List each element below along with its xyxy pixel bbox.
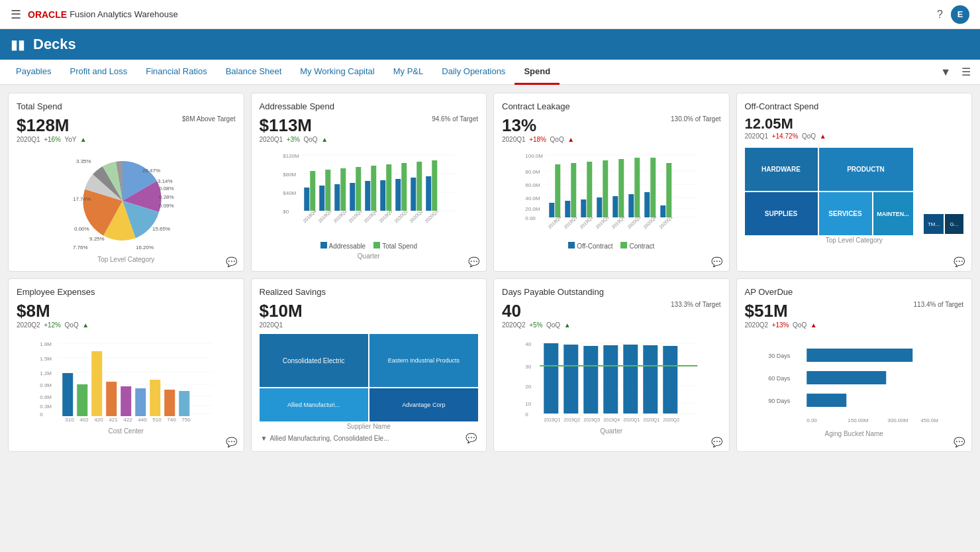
svg-text:2020Q1: 2020Q1 [424,209,439,224]
svg-text:40: 40 [525,341,531,347]
card-realized-savings: Realized Savings $10M 2020Q1 Consolidate… [251,278,487,452]
tab-profit-loss[interactable]: Profit and Loss [60,60,136,85]
svg-text:0.00: 0.00 [807,417,817,423]
svg-text:15.65%: 15.65% [152,226,170,232]
svg-text:2018Q4: 2018Q4 [302,209,317,224]
svg-rect-102 [135,388,146,416]
card-total-spend: Total Spend $128M 2020Q1 +16% YoY ▲ $8M … [8,93,244,272]
treemap-cell-supplies: SUPPLIES [745,192,818,235]
svg-text:421: 421 [109,417,118,423]
svg-rect-20 [304,188,309,211]
card-footer-ap-overdue[interactable]: 💬 [954,437,965,447]
tab-nav: Payables Profit and Loss Financial Ratio… [0,60,980,85]
svg-text:402: 402 [79,417,89,423]
svg-text:10: 10 [525,401,531,407]
card-title-addressable: Addressable Spend [260,101,479,111]
svg-text:2020Q1: 2020Q1 [393,209,409,224]
svg-text:100.0M: 100.0M [525,153,543,159]
comment-icon-6[interactable]: 💬 [466,433,477,443]
svg-rect-105 [179,391,189,416]
decks-icon: ▮▮ [11,36,25,52]
svg-rect-64 [587,162,592,217]
card-target-contract-leakage: 130.0% of Target [671,115,720,123]
card-footer-off-contract[interactable]: 💬 [954,256,965,267]
tab-balance-sheet[interactable]: Balance Sheet [217,60,291,85]
svg-rect-71 [644,192,650,217]
card-footer-contract-leakage[interactable]: 💬 [711,256,722,267]
topbar: ☰ ORACLE Fusion Analytics Warehouse ? E [0,0,980,29]
svg-text:60 Days: 60 Days [768,375,791,382]
svg-text:0: 0 [40,412,43,417]
treemap-cell-advantage: Advantage Corp [369,388,478,421]
pie-chart-total-spend: 26.47% 3.35% 17.74% 0.00% 9.25% 16.20% 1… [17,151,236,250]
tab-my-pl[interactable]: My P&L [384,60,433,85]
hamburger-icon[interactable]: ☰ [11,7,21,22]
card-sub-off-contract: 2020Q1 +14.72% QoQ ▲ [745,133,826,140]
legend-contract-leakage: Off-Contract Contract [502,242,721,250]
svg-rect-33 [401,163,407,211]
card-footer-employee-expenses[interactable]: 💬 [226,437,237,447]
card-title-realized-savings: Realized Savings [260,287,479,297]
svg-rect-22 [319,186,324,211]
card-days-payable: Days Payable Outstanding 40 2020Q2 +5% Q… [493,278,730,452]
svg-text:3.35%: 3.35% [76,158,91,164]
chart-label-employee-expenses: Cost Center [17,427,236,435]
menu-icon[interactable]: ☰ [959,63,973,81]
svg-rect-23 [325,170,330,211]
svg-rect-68 [618,159,624,217]
svg-rect-98 [77,384,87,416]
treemap-cell-hardware: HARDWARE [745,148,818,191]
card-footer-addressable[interactable]: 💬 [468,256,479,267]
svg-text:80.0M: 80.0M [525,169,540,175]
svg-rect-26 [350,183,355,211]
oracle-logo: ORACLE Fusion Analytics Warehouse [28,9,178,20]
svg-text:17.74%: 17.74% [73,196,91,202]
svg-text:$120M: $120M [283,153,299,159]
tab-payables[interactable]: Payables [7,60,60,85]
svg-rect-103 [150,380,160,416]
card-value-realized-savings: $10M [260,301,479,321]
filter-icon[interactable]: ▼ [938,64,954,81]
card-value-off-contract: 12.05M [745,115,826,133]
svg-rect-25 [340,168,346,211]
card-title-contract-leakage: Contract Leakage [502,101,721,111]
card-sub-employee-expenses: 2020Q2 +12% QoQ ▲ [17,321,89,329]
svg-rect-65 [597,197,602,217]
card-footer-total-spend[interactable]: 💬 [226,256,237,267]
svg-rect-69 [628,194,634,217]
svg-rect-24 [334,184,340,211]
cards-row-2: Employee Expenses $8M 2020Q2 +12% QoQ ▲ … [8,278,972,452]
svg-text:2019Q4: 2019Q4 [603,417,620,423]
treemap-off-contract: HARDWARE PRODUCTN SUPPLIES SERVICES MAIN… [745,148,964,234]
svg-text:0: 0 [525,412,528,417]
svg-rect-67 [612,196,618,217]
card-target-addressable: 94.6% of Target [432,115,478,123]
tab-working-capital[interactable]: My Working Capital [291,60,383,85]
svg-text:0.08%: 0.08% [159,186,174,192]
tab-daily-operations[interactable]: Daily Operations [432,60,514,85]
svg-rect-32 [395,179,401,211]
chart-label-days-payable: Quarter [502,427,721,435]
svg-text:440: 440 [138,417,147,423]
svg-text:1.8M: 1.8M [40,341,52,347]
svg-text:60.0M: 60.0M [525,182,540,188]
card-footer-days-payable[interactable]: 💬 [711,437,722,447]
legend-addressable: Addressable Total Spend [260,242,479,250]
svg-text:422: 422 [123,417,132,423]
svg-text:450.0M: 450.0M [920,417,938,423]
svg-text:2019Q3: 2019Q3 [583,417,600,423]
svg-text:40.0M: 40.0M [525,195,540,201]
avatar[interactable]: E [951,5,969,24]
tab-financial-ratios[interactable]: Financial Ratios [136,60,217,85]
svg-rect-145 [807,394,846,407]
comment-icon: 💬 [226,256,237,267]
card-target-days-payable: 133.3% of Target [671,301,720,308]
comment-icon-5: 💬 [226,437,237,447]
tab-spend[interactable]: Spend [514,60,560,85]
comment-icon-2: 💬 [468,256,479,267]
help-icon[interactable]: ? [937,9,943,21]
svg-text:2019Q3: 2019Q3 [348,209,363,224]
svg-rect-128 [603,345,618,414]
svg-text:9.25%: 9.25% [89,236,105,242]
svg-rect-66 [603,160,608,217]
